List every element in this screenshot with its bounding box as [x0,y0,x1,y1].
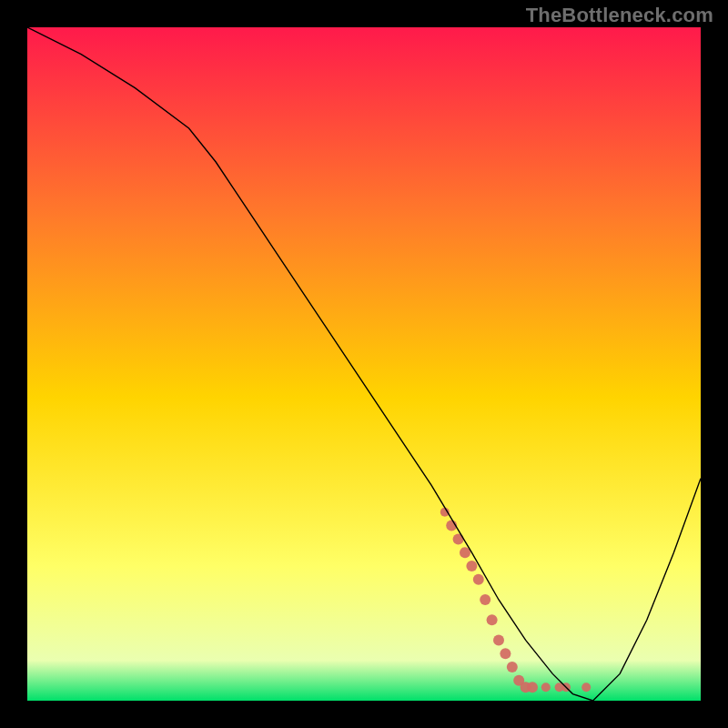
highlight-dot [493,634,504,645]
chart-frame: TheBottleneck.com [0,0,728,728]
chart-background [27,27,701,701]
highlight-dot [507,662,518,672]
highlight-dot [466,561,477,571]
highlight-dot [541,682,551,692]
highlight-dot [500,648,511,659]
highlight-dot [581,682,591,692]
bottleneck-chart [27,27,701,701]
highlight-dot [473,574,484,585]
highlight-dot [480,594,490,605]
highlight-dot [487,614,498,625]
highlight-dot [527,682,538,693]
watermark-text: TheBottleneck.com [526,4,713,27]
